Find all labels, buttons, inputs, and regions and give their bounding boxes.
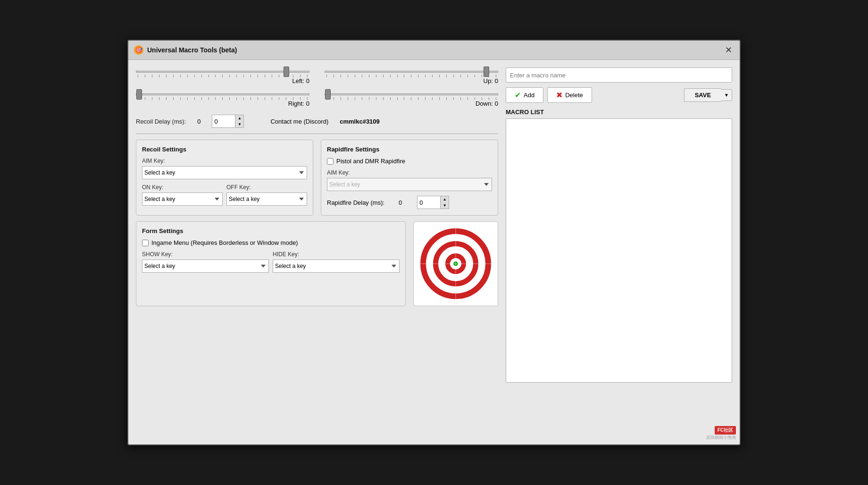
right-slider-ticks (136, 97, 309, 100)
right-slider[interactable] (136, 93, 309, 96)
delete-button[interactable]: ✖ Delete (547, 87, 592, 103)
off-key-group: OFF Key: Select a key (226, 184, 307, 206)
show-key-dropdown[interactable]: Select a key (142, 259, 269, 273)
bottom-slider-row: Right: 0 (136, 90, 498, 107)
right-label: Right: (288, 100, 304, 107)
target-svg (418, 226, 493, 301)
right-slider-group: Right: 0 (136, 90, 309, 107)
rapidfire-spinbox-arrows: ▲ ▼ (440, 196, 449, 209)
up-slider-group: Up: 0 (325, 67, 498, 84)
contact-label: Contact me (Discord) (270, 118, 328, 125)
recoil-settings-box: Recoil Settings AIM Key: Select a key ON… (136, 140, 313, 216)
form-settings-title: Form Settings (142, 227, 400, 234)
down-value: 0 (495, 100, 498, 107)
close-button[interactable]: ✕ (723, 44, 734, 56)
recoil-settings-title: Recoil Settings (142, 146, 307, 153)
show-key-group: SHOW Key: Select a key (142, 251, 269, 273)
show-hide-key-row: SHOW Key: Select a key HIDE Key: Select … (142, 251, 400, 276)
right-slider-wrap (136, 90, 309, 100)
rapidfire-spinbox-up[interactable]: ▲ (440, 196, 449, 202)
on-off-key-row: ON Key: Select a key OFF Key: Select a k… (142, 184, 307, 209)
up-slider-ticks (325, 75, 498, 77)
left-slider[interactable] (136, 70, 309, 73)
rapidfire-delay-input[interactable] (417, 196, 440, 209)
macro-list-box (506, 118, 732, 383)
rapidfire-aim-key-label: AIM Key: (327, 169, 492, 176)
rapidfire-delay-val1: 0 (399, 199, 402, 206)
up-label-row: Up: 0 (325, 77, 498, 84)
target-image (413, 221, 498, 306)
left-slider-group: Left: 0 (136, 67, 309, 84)
add-button[interactable]: ✔ Add (506, 87, 543, 103)
sliders-section: Left: 0 (136, 67, 498, 107)
title-bar: 🎯 Universal Macro Tools (beta) ✕ (128, 41, 740, 60)
pistol-dmr-checkbox[interactable] (327, 158, 334, 165)
up-slider[interactable] (325, 70, 498, 73)
aim-key-group: AIM Key: Select a key (142, 158, 307, 179)
recoil-info-row: Recoil Delay (ms): 0 ▲ ▼ Contact me (Dis… (136, 115, 498, 128)
rapidfire-delay-spinbox[interactable]: ▲ ▼ (417, 196, 449, 209)
delete-x-icon: ✖ (556, 91, 562, 100)
up-value: 0 (495, 77, 498, 84)
down-slider[interactable] (325, 93, 498, 96)
rapidfire-delay-row: Rapidfire Delay (ms): 0 ▲ ▼ (327, 196, 492, 209)
watermark: FC社区 反扶助间小泡泡 (706, 426, 736, 441)
save-button[interactable]: SAVE (684, 88, 721, 102)
spinbox-arrows: ▲ ▼ (235, 115, 243, 127)
right-label-row: Right: 0 (136, 100, 309, 107)
rapidfire-settings-title: Rapidfire Settings (327, 146, 492, 153)
on-key-group: ON Key: Select a key (142, 184, 223, 206)
off-key-dropdown[interactable]: Select a key (226, 192, 307, 206)
aim-key-dropdown[interactable]: Select a key (142, 166, 307, 179)
settings-row: Recoil Settings AIM Key: Select a key ON… (136, 140, 498, 216)
right-panel: ✔ Add ✖ Delete SAVE ▼ MACRO LIST (506, 67, 732, 383)
section-divider (136, 134, 498, 134)
save-button-wrap: SAVE ▼ (684, 88, 732, 102)
macro-buttons-row: ✔ Add ✖ Delete SAVE ▼ (506, 87, 732, 103)
form-settings-section: Form Settings Ingame Menu (Requires Bord… (136, 221, 498, 306)
ingame-menu-checkbox[interactable] (142, 240, 149, 246)
macro-name-input[interactable] (506, 67, 732, 83)
main-window: 🎯 Universal Macro Tools (beta) ✕ (127, 40, 741, 445)
content-area: Left: 0 (128, 60, 740, 390)
recoil-delay-val1: 0 (197, 118, 200, 125)
show-key-label: SHOW Key: (142, 251, 269, 258)
hide-key-dropdown[interactable]: Select a key (273, 259, 400, 273)
left-slider-wrap (136, 67, 309, 77)
up-slider-wrap (325, 67, 498, 77)
window-title: Universal Macro Tools (beta) (147, 46, 237, 54)
pistol-dmr-checkbox-row: Pistol and DMR Rapidfire (327, 158, 492, 165)
rapidfire-settings-box: Rapidfire Settings Pistol and DMR Rapidf… (321, 140, 498, 216)
recoil-delay-input[interactable] (212, 115, 235, 127)
rapidfire-aim-key-dropdown[interactable]: Select a key (327, 178, 492, 191)
rapidfire-spinbox-down[interactable]: ▼ (440, 202, 449, 209)
spinbox-up-arrow[interactable]: ▲ (235, 115, 243, 121)
rapidfire-aim-key-group: AIM Key: Select a key (327, 169, 492, 191)
ingame-menu-label[interactable]: Ingame Menu (Requires Borderless or Wind… (151, 239, 298, 246)
aim-key-label: AIM Key: (142, 158, 307, 164)
ingame-menu-checkbox-row: Ingame Menu (Requires Borderless or Wind… (142, 239, 400, 246)
hide-key-label: HIDE Key: (273, 251, 400, 258)
down-slider-wrap (325, 90, 498, 100)
left-value: 0 (306, 77, 309, 84)
down-label: Down: (476, 100, 493, 107)
recoil-delay-spinbox[interactable]: ▲ ▼ (212, 115, 244, 128)
app-icon: 🎯 (134, 45, 143, 55)
on-key-dropdown[interactable]: Select a key (142, 192, 223, 206)
on-key-label: ON Key: (142, 184, 223, 191)
spinbox-down-arrow[interactable]: ▼ (235, 121, 243, 127)
right-value: 0 (306, 100, 309, 107)
title-bar-left: 🎯 Universal Macro Tools (beta) (134, 45, 237, 55)
add-check-icon: ✔ (515, 91, 521, 100)
watermark-text: 反扶助间小泡泡 (706, 435, 736, 441)
form-settings-box: Form Settings Ingame Menu (Requires Bord… (136, 221, 406, 306)
delete-label: Delete (565, 92, 583, 99)
top-slider-row: Left: 0 (136, 67, 498, 84)
save-dropdown-arrow[interactable]: ▼ (721, 89, 732, 101)
hide-key-group: HIDE Key: Select a key (273, 251, 400, 273)
add-label: Add (524, 92, 534, 99)
down-slider-ticks (325, 97, 498, 100)
pistol-dmr-label[interactable]: Pistol and DMR Rapidfire (336, 158, 405, 165)
left-label: Left: (292, 77, 304, 84)
down-slider-group: Down: 0 (325, 90, 498, 107)
